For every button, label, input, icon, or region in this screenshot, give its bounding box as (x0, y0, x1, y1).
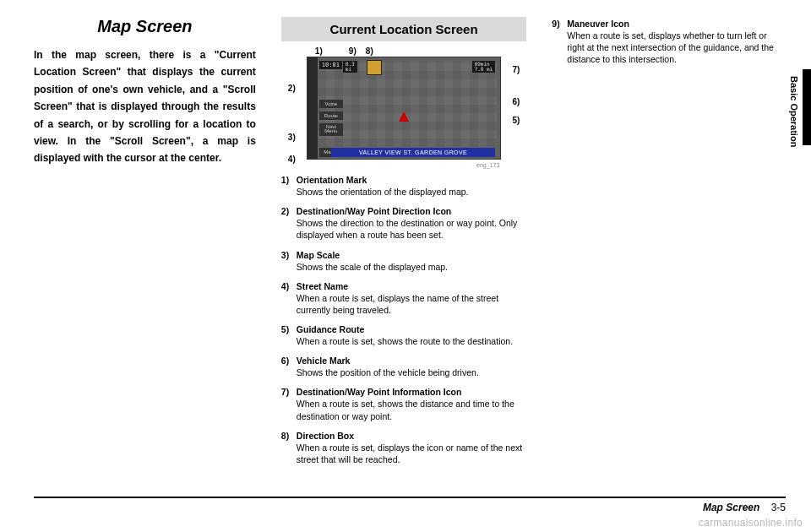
legend-item: 4)Street NameWhen a route is set, displa… (281, 281, 527, 316)
map-scale-box: 0.3 mi (343, 61, 357, 73)
nav-map-figure: 10:01 0.3 mi 09min 7.8 mi Voice Route Na… (281, 48, 527, 166)
callout-7: 7) (512, 65, 520, 74)
legend-item-title: Map Scale (297, 250, 527, 260)
legend-item-title: Direction Box (297, 431, 527, 441)
legend-item-desc: Shows the position of the vehicle being … (297, 366, 527, 378)
figure-code: eng_173 (476, 162, 499, 168)
legend-item-body: Destination/Way Point Information IconWh… (297, 387, 527, 421)
legend-item-title: Destination/Way Point Direction Icon (297, 206, 527, 216)
callout-5: 5) (512, 116, 520, 125)
legend-item-number: 9) (552, 19, 567, 66)
callout-1: 1) (315, 46, 323, 56)
legend-item-title: Guidance Route (297, 324, 527, 334)
direction-box-icon (367, 60, 382, 75)
footer-title: Map Screen (703, 502, 759, 513)
legend-item: 6)Vehicle MarkShows the position of the … (281, 356, 527, 378)
legend-item-desc: When a route is set, shows the distance … (297, 398, 527, 421)
legend-item-number: 7) (281, 387, 297, 421)
legend-item-desc: When a route is set, displays whether to… (567, 30, 786, 66)
legend-item-number: 5) (281, 324, 297, 347)
callout-6: 6) (512, 97, 520, 106)
item-list-col3: 9)Maneuver IconWhen a route is set, disp… (552, 19, 786, 66)
legend-item-desc: When a route is set, shows the route to … (297, 335, 527, 347)
callout-8: 8) (366, 46, 373, 56)
legend-item-title: Street Name (297, 281, 527, 291)
legend-item-body: Destination/Way Point Direction IconShow… (297, 206, 527, 241)
legend-item-number: 3) (281, 250, 297, 273)
legend-item: 7)Destination/Way Point Information Icon… (281, 387, 527, 421)
route-button: Route (319, 111, 343, 120)
legend-item-desc: When a route is set, displays the name o… (297, 292, 527, 316)
scale-unit: mi (346, 67, 355, 72)
voice-button: Voice (319, 100, 343, 108)
legend-item: 9)Maneuver IconWhen a route is set, disp… (552, 19, 786, 66)
legend-item-number: 2) (281, 206, 297, 241)
callout-3: 3) (288, 133, 296, 142)
legend-item-body: Direction BoxWhen a route is set, displa… (297, 431, 527, 465)
legend-item-desc: Shows the direction to the destination o… (297, 217, 527, 241)
legend-item-body: Vehicle MarkShows the position of the ve… (297, 356, 527, 378)
nav-screen: 10:01 0.3 mi 09min 7.8 mi Voice Route Na… (307, 57, 502, 160)
navi-label-2: Menu (323, 129, 340, 133)
section-header: Current Location Screen (281, 17, 527, 41)
legend-item-title: Maneuver Icon (567, 19, 786, 29)
callout-9: 9) (349, 46, 357, 56)
legend-item-desc: When a route is set, displays the icon o… (297, 442, 527, 465)
footer-page-number: 3-5 (771, 502, 786, 513)
legend-item-number: 6) (281, 356, 297, 378)
legend-item-number: 1) (281, 175, 297, 198)
street-name-bar: VALLEY VIEW ST. GARDEN GROVE (331, 148, 496, 157)
legend-item-body: Street NameWhen a route is set, displays… (297, 281, 527, 316)
legend-item: 1)Orientation MarkShows the orientation … (281, 175, 527, 198)
legend-item-number: 4) (281, 281, 297, 316)
legend-item-title: Vehicle Mark (297, 356, 527, 366)
legend-item: 3)Map ScaleShows the scale of the displa… (281, 250, 527, 273)
item-list-col2: 1)Orientation MarkShows the orientation … (281, 175, 527, 465)
legend-item-title: Destination/Way Point Information Icon (297, 387, 527, 397)
destination-info-box: 09min 7.8 mi (472, 61, 496, 73)
page-title: Map Screen (34, 17, 256, 36)
vehicle-mark-icon (399, 111, 409, 122)
page-footer: Map Screen 3-5 (34, 497, 786, 513)
legend-item-body: Maneuver IconWhen a route is set, displa… (567, 19, 786, 66)
callout-2: 2) (288, 84, 296, 93)
legend-item-body: Guidance RouteWhen a route is set, shows… (297, 324, 527, 347)
dest-dist: 7.8 mi (475, 67, 493, 72)
side-tab (803, 69, 811, 145)
clock-box: 10:01 (319, 61, 342, 69)
legend-item-number: 8) (281, 431, 297, 465)
watermark: carmanualsonline.info (699, 517, 803, 529)
side-section-label: Basic Operation (789, 76, 799, 147)
intro-paragraph: In the map screen, there is a "Current L… (34, 46, 256, 167)
legend-item-body: Orientation MarkShows the orientation of… (297, 175, 527, 198)
legend-item: 2)Destination/Way Point Direction IconSh… (281, 206, 527, 241)
legend-item-desc: Shows the scale of the displayed map. (297, 261, 527, 273)
legend-item: 8)Direction BoxWhen a route is set, disp… (281, 431, 527, 465)
nav-leftbar (308, 57, 318, 159)
callout-4: 4) (288, 155, 296, 164)
navi-menu-button: Navi Menu (319, 123, 343, 136)
map-area (318, 61, 498, 147)
legend-item-title: Orientation Mark (297, 175, 527, 185)
legend-item-body: Map ScaleShows the scale of the displaye… (297, 250, 527, 273)
legend-item-desc: Shows the orientation of the displayed m… (297, 186, 527, 198)
legend-item: 5)Guidance RouteWhen a route is set, sho… (281, 324, 527, 347)
